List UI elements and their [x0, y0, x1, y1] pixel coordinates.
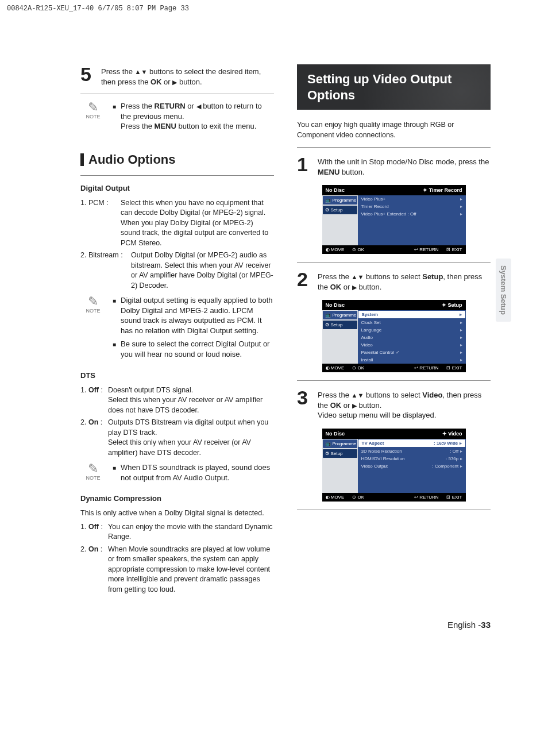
step-text: Press the ▲▼ buttons to select the desir… [101, 64, 274, 87]
label: 2. On : [80, 545, 108, 595]
note-block-3: ✎ NOTE ■When DTS soundtrack is played, s… [80, 462, 274, 486]
ss-footer: ◐ MOVE ⊙ OK ↩ RETURN ⊡ EXIT [322, 245, 466, 254]
page-number: 33 [481, 620, 491, 630]
ss-row: Parental Control ✓▸ [358, 349, 466, 356]
up-down-icon: ▲▼ [352, 273, 364, 280]
ss-row: Video▸ [358, 341, 466, 349]
step-1: 1 With the unit in Stop mode/No Disc mod… [297, 155, 491, 177]
label: 2. Bitstream : [80, 250, 131, 291]
step-number: 2 [297, 269, 312, 289]
ss-footer: ◐ MOVE ⊙ OK ↩ RETURN ⊡ EXIT [322, 493, 466, 502]
list-item: 2. On : When Movie soundtracks are playe… [80, 545, 274, 595]
list-item: 1. PCM : Select this when you have no eq… [80, 198, 274, 249]
step-2: 2 Press the ▲▼ buttons to select Setup, … [297, 269, 491, 292]
ss-row: Timer Record▸ [358, 203, 466, 210]
ss-row: Install▸ [358, 356, 466, 364]
ok-label: OK [150, 78, 162, 86]
ss-row: 3D Noise Reduction: Off ▸ [358, 448, 466, 455]
text: Select this when you have no equipment t… [121, 198, 274, 249]
ss-row: Clock Set▸ [358, 319, 466, 326]
page-footer: English -33 [0, 597, 548, 630]
step-text: Press the ▲▼ buttons to select Setup, th… [318, 269, 491, 292]
note-label: NOTE [86, 475, 100, 481]
subhead-dynamic-compression: Dynamic Compression [80, 494, 274, 503]
ss-row: Video Plus+▸ [358, 195, 466, 203]
divider [80, 175, 274, 176]
text: or [162, 78, 173, 86]
menu-screenshot-1: No DiscTimer Record 📺Programme ⚙Setup Vi… [322, 185, 466, 254]
note-label: NOTE [86, 114, 100, 119]
ss-row: Audio▸ [358, 334, 466, 341]
ss-title-left: No Disc [326, 302, 345, 308]
text: Outputs DTS Bitstream via digital output… [108, 418, 274, 458]
ss-row: HDMI/DVI Resolution: 576p ▸ [358, 455, 466, 462]
paragraph: This is only active when a Dolby Digital… [80, 508, 274, 519]
ss-title-left: No Disc [326, 187, 345, 193]
subhead-dts: DTS [80, 371, 274, 380]
pencil-icon: ✎ [88, 295, 98, 308]
text: Doesn't output DTS signal.Select this wh… [108, 385, 274, 416]
divider [297, 147, 491, 148]
right-column: Setting up Video Output Options You can … [297, 64, 491, 597]
step-text: Press the ▲▼ buttons to select Video, th… [318, 388, 491, 421]
heading-bar-icon [80, 153, 84, 166]
ss-row: Video Plus+ Extended : Off▸ [358, 210, 466, 218]
pencil-icon: ✎ [88, 101, 98, 114]
label: 1. Off : [80, 522, 108, 542]
step-subtext: Video setup menu will be displayed. [318, 411, 436, 419]
up-down-icon: ▲▼ [352, 392, 364, 399]
heading-video-output: Setting up Video Output Options [297, 64, 491, 110]
step-3: 3 Press the ▲▼ buttons to select Video, … [297, 388, 491, 421]
step-text: With the unit in Stop mode/No Disc mode,… [318, 155, 491, 177]
step-number: 1 [297, 155, 312, 174]
ss-side-programme: 📺Programme [323, 439, 357, 448]
list-item: 1. Off : Doesn't output DTS signal.Selec… [80, 385, 274, 416]
list-item: 2. On : Outputs DTS Bitstream via digita… [80, 418, 274, 458]
bullet-icon: ■ [113, 101, 116, 132]
text: Output Dolby Digital (or MPEG-2) audio a… [131, 250, 274, 291]
print-slug: 00842A-R125-XEU_17-40 6/7/05 8:07 PM Pag… [0, 0, 548, 13]
right-icon: ▶ [352, 284, 357, 291]
menu-screenshot-2: No DiscSetup 📺Programme ⚙Setup System▸ C… [322, 300, 466, 372]
step-number: 5 [80, 64, 95, 84]
note-block-1: ✎ NOTE ■ Press the RETURN or ◀ button to… [80, 101, 274, 135]
note-text: Be sure to select the correct Digital Ou… [121, 339, 274, 359]
step-5: 5 Press the ▲▼ buttons to select the des… [80, 64, 274, 87]
text: You can enjoy the movie with the standar… [108, 522, 274, 542]
up-down-icon: ▲▼ [135, 68, 148, 75]
ss-title-left: No Disc [326, 431, 345, 437]
step-number: 3 [297, 388, 312, 407]
text: Press the [101, 67, 135, 76]
pencil-icon: ✎ [88, 462, 98, 475]
menu-screenshot-3: No DiscVideo 📺Programme ⚙Setup TV Aspect… [322, 429, 466, 502]
bullet-icon: ■ [113, 462, 116, 483]
ss-side-setup: ⚙Setup [323, 206, 357, 214]
label: 2. On : [80, 418, 108, 458]
note-text: Digital output setting is equally applie… [121, 295, 274, 335]
ss-row-selected: System▸ [358, 311, 465, 318]
ss-row: Language▸ [358, 326, 466, 334]
section-tab: System Setup [496, 259, 511, 322]
divider [297, 262, 491, 263]
label: 1. PCM : [80, 198, 121, 249]
left-column: 5 Press the ▲▼ buttons to select the des… [80, 64, 274, 597]
subhead-digital-output: Digital Output [80, 184, 274, 192]
ss-title-right: Video [442, 431, 462, 437]
ss-row: Video Output: Component ▸ [358, 462, 466, 470]
left-icon: ◀ [196, 103, 201, 110]
bullet-icon: ■ [113, 295, 116, 335]
ss-side-setup: ⚙Setup [323, 321, 357, 329]
note-text: Press the RETURN or ◀ button to return t… [121, 101, 274, 132]
text: When Movie soundtracks are played at low… [108, 545, 274, 595]
bullet-icon: ■ [113, 339, 116, 359]
label: 1. Off : [80, 385, 108, 416]
text: button. [177, 78, 202, 86]
list-item: 2. Bitstream : Output Dolby Digital (or … [80, 250, 274, 291]
list-item: 1. Off : You can enjoy the movie with th… [80, 522, 274, 542]
ss-footer: ◐ MOVE ⊙ OK ↩ RETURN ⊡ EXIT [322, 364, 466, 372]
note-label: NOTE [86, 308, 100, 314]
ss-row-selected: TV Aspect: 16:9 Wide ▸ [358, 439, 465, 447]
intro-paragraph: You can enjoy high quality image through… [297, 120, 491, 140]
ss-title-right: Timer Record [423, 187, 462, 193]
right-icon: ▶ [352, 402, 357, 409]
